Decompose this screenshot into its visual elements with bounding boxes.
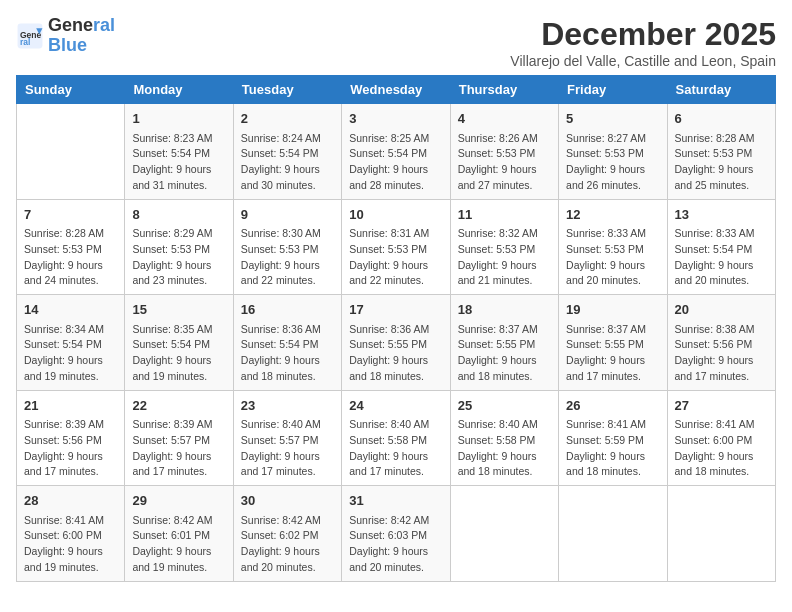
calendar-cell: 29Sunrise: 8:42 AMSunset: 6:01 PMDayligh… [125,486,233,582]
svg-text:ral: ral [20,37,30,47]
day-number: 7 [24,205,117,225]
calendar-header: SundayMondayTuesdayWednesdayThursdayFrid… [17,76,776,104]
day-number: 10 [349,205,442,225]
cell-content: Sunrise: 8:41 AMSunset: 6:00 PMDaylight:… [675,417,768,480]
day-number: 6 [675,109,768,129]
day-number: 22 [132,396,225,416]
cell-content: Sunrise: 8:37 AMSunset: 5:55 PMDaylight:… [566,322,659,385]
cell-content: Sunrise: 8:40 AMSunset: 5:58 PMDaylight:… [349,417,442,480]
calendar-cell: 11Sunrise: 8:32 AMSunset: 5:53 PMDayligh… [450,199,558,295]
cell-content: Sunrise: 8:40 AMSunset: 5:57 PMDaylight:… [241,417,334,480]
cell-content: Sunrise: 8:39 AMSunset: 5:57 PMDaylight:… [132,417,225,480]
calendar-cell: 26Sunrise: 8:41 AMSunset: 5:59 PMDayligh… [559,390,667,486]
calendar-cell: 2Sunrise: 8:24 AMSunset: 5:54 PMDaylight… [233,104,341,200]
header-cell-thursday: Thursday [450,76,558,104]
cell-content: Sunrise: 8:41 AMSunset: 5:59 PMDaylight:… [566,417,659,480]
header-cell-saturday: Saturday [667,76,775,104]
cell-content: Sunrise: 8:42 AMSunset: 6:02 PMDaylight:… [241,513,334,576]
cell-content: Sunrise: 8:42 AMSunset: 6:03 PMDaylight:… [349,513,442,576]
calendar-cell: 30Sunrise: 8:42 AMSunset: 6:02 PMDayligh… [233,486,341,582]
calendar-cell: 7Sunrise: 8:28 AMSunset: 5:53 PMDaylight… [17,199,125,295]
day-number: 29 [132,491,225,511]
logo-icon: Gene ral [16,22,44,50]
day-number: 23 [241,396,334,416]
calendar-cell: 8Sunrise: 8:29 AMSunset: 5:53 PMDaylight… [125,199,233,295]
cell-content: Sunrise: 8:37 AMSunset: 5:55 PMDaylight:… [458,322,551,385]
calendar-cell: 31Sunrise: 8:42 AMSunset: 6:03 PMDayligh… [342,486,450,582]
calendar-cell: 10Sunrise: 8:31 AMSunset: 5:53 PMDayligh… [342,199,450,295]
day-number: 5 [566,109,659,129]
day-number: 18 [458,300,551,320]
page-header: Gene ral GeneralBlue December 2025 Villa… [16,16,776,69]
cell-content: Sunrise: 8:24 AMSunset: 5:54 PMDaylight:… [241,131,334,194]
calendar-cell: 23Sunrise: 8:40 AMSunset: 5:57 PMDayligh… [233,390,341,486]
day-number: 17 [349,300,442,320]
calendar-cell: 27Sunrise: 8:41 AMSunset: 6:00 PMDayligh… [667,390,775,486]
calendar-cell: 17Sunrise: 8:36 AMSunset: 5:55 PMDayligh… [342,295,450,391]
header-cell-monday: Monday [125,76,233,104]
calendar-cell: 12Sunrise: 8:33 AMSunset: 5:53 PMDayligh… [559,199,667,295]
calendar-body: 1Sunrise: 8:23 AMSunset: 5:54 PMDaylight… [17,104,776,582]
calendar-cell: 24Sunrise: 8:40 AMSunset: 5:58 PMDayligh… [342,390,450,486]
day-number: 26 [566,396,659,416]
day-number: 19 [566,300,659,320]
calendar-table: SundayMondayTuesdayWednesdayThursdayFrid… [16,75,776,582]
cell-content: Sunrise: 8:31 AMSunset: 5:53 PMDaylight:… [349,226,442,289]
cell-content: Sunrise: 8:23 AMSunset: 5:54 PMDaylight:… [132,131,225,194]
day-number: 30 [241,491,334,511]
cell-content: Sunrise: 8:34 AMSunset: 5:54 PMDaylight:… [24,322,117,385]
day-number: 13 [675,205,768,225]
cell-content: Sunrise: 8:27 AMSunset: 5:53 PMDaylight:… [566,131,659,194]
title-block: December 2025 Villarejo del Valle, Casti… [510,16,776,69]
day-number: 21 [24,396,117,416]
week-row-4: 21Sunrise: 8:39 AMSunset: 5:56 PMDayligh… [17,390,776,486]
calendar-cell: 16Sunrise: 8:36 AMSunset: 5:54 PMDayligh… [233,295,341,391]
header-cell-tuesday: Tuesday [233,76,341,104]
day-number: 14 [24,300,117,320]
cell-content: Sunrise: 8:28 AMSunset: 5:53 PMDaylight:… [675,131,768,194]
month-title: December 2025 [510,16,776,53]
day-number: 4 [458,109,551,129]
day-number: 2 [241,109,334,129]
cell-content: Sunrise: 8:36 AMSunset: 5:54 PMDaylight:… [241,322,334,385]
day-number: 3 [349,109,442,129]
cell-content: Sunrise: 8:25 AMSunset: 5:54 PMDaylight:… [349,131,442,194]
day-number: 11 [458,205,551,225]
logo-text: GeneralBlue [48,16,115,56]
cell-content: Sunrise: 8:42 AMSunset: 6:01 PMDaylight:… [132,513,225,576]
calendar-cell: 1Sunrise: 8:23 AMSunset: 5:54 PMDaylight… [125,104,233,200]
calendar-cell: 21Sunrise: 8:39 AMSunset: 5:56 PMDayligh… [17,390,125,486]
day-number: 9 [241,205,334,225]
cell-content: Sunrise: 8:35 AMSunset: 5:54 PMDaylight:… [132,322,225,385]
day-number: 20 [675,300,768,320]
cell-content: Sunrise: 8:30 AMSunset: 5:53 PMDaylight:… [241,226,334,289]
calendar-cell: 19Sunrise: 8:37 AMSunset: 5:55 PMDayligh… [559,295,667,391]
cell-content: Sunrise: 8:41 AMSunset: 6:00 PMDaylight:… [24,513,117,576]
cell-content: Sunrise: 8:33 AMSunset: 5:54 PMDaylight:… [675,226,768,289]
cell-content: Sunrise: 8:32 AMSunset: 5:53 PMDaylight:… [458,226,551,289]
day-number: 27 [675,396,768,416]
header-cell-friday: Friday [559,76,667,104]
logo: Gene ral GeneralBlue [16,16,115,56]
calendar-cell [559,486,667,582]
week-row-2: 7Sunrise: 8:28 AMSunset: 5:53 PMDaylight… [17,199,776,295]
cell-content: Sunrise: 8:33 AMSunset: 5:53 PMDaylight:… [566,226,659,289]
calendar-cell [667,486,775,582]
calendar-cell: 15Sunrise: 8:35 AMSunset: 5:54 PMDayligh… [125,295,233,391]
cell-content: Sunrise: 8:28 AMSunset: 5:53 PMDaylight:… [24,226,117,289]
calendar-cell [450,486,558,582]
cell-content: Sunrise: 8:29 AMSunset: 5:53 PMDaylight:… [132,226,225,289]
day-number: 12 [566,205,659,225]
calendar-cell: 25Sunrise: 8:40 AMSunset: 5:58 PMDayligh… [450,390,558,486]
calendar-cell: 3Sunrise: 8:25 AMSunset: 5:54 PMDaylight… [342,104,450,200]
cell-content: Sunrise: 8:36 AMSunset: 5:55 PMDaylight:… [349,322,442,385]
day-number: 31 [349,491,442,511]
calendar-cell [17,104,125,200]
calendar-cell: 4Sunrise: 8:26 AMSunset: 5:53 PMDaylight… [450,104,558,200]
day-number: 8 [132,205,225,225]
location-subtitle: Villarejo del Valle, Castille and Leon, … [510,53,776,69]
day-number: 1 [132,109,225,129]
day-number: 28 [24,491,117,511]
calendar-cell: 28Sunrise: 8:41 AMSunset: 6:00 PMDayligh… [17,486,125,582]
day-number: 15 [132,300,225,320]
